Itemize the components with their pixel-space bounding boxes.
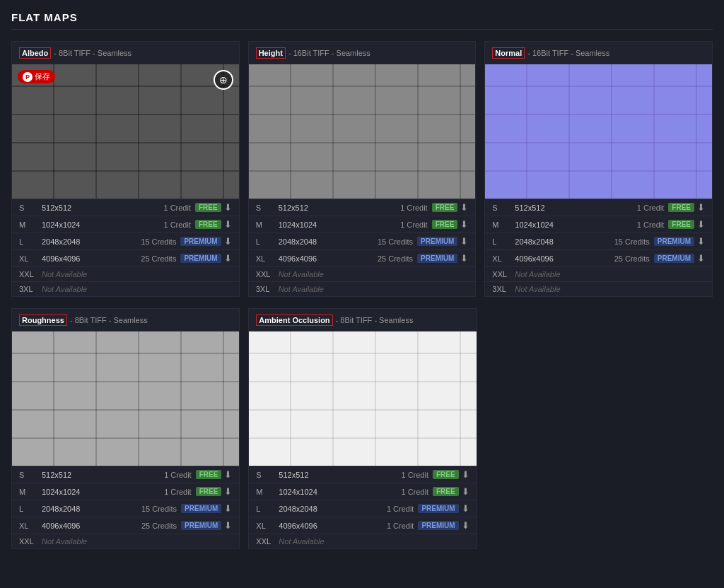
size-credits: 1 Credit: [164, 471, 192, 479]
size-row: L2048x204815 CreditsPREMIUM⬇: [12, 500, 239, 517]
size-dimensions: Not Available: [42, 285, 232, 293]
save-text: 保存: [35, 71, 50, 82]
download-icon[interactable]: ⬇: [224, 469, 232, 480]
download-icon[interactable]: ⬇: [462, 486, 469, 497]
map-image-ambient_occlusion: [249, 331, 476, 466]
download-icon[interactable]: ⬇: [697, 253, 705, 264]
map-subtitle-height: - 16Bit TIFF - Seamless: [288, 49, 370, 57]
download-icon[interactable]: ⬇: [697, 202, 705, 213]
download-icon[interactable]: ⬇: [462, 503, 469, 514]
size-label: S: [256, 471, 279, 479]
size-dimensions: 4096x4096: [42, 522, 141, 530]
download-icon[interactable]: ⬇: [224, 486, 232, 497]
size-dimensions: 1024x1024: [42, 220, 163, 229]
size-row: XXLNot Available: [485, 266, 712, 281]
size-label: L: [19, 237, 42, 246]
size-label: 3XL: [19, 285, 42, 293]
badge-premium[interactable]: PREMIUM: [181, 504, 221, 513]
badge-premium[interactable]: PREMIUM: [180, 237, 221, 246]
size-label: 3XL: [256, 285, 279, 293]
map-card-height: Height - 16Bit TIFF - SeamlessS512x5121 …: [248, 41, 477, 297]
size-row: S512x5121 CreditFREE⬇: [485, 199, 712, 216]
size-credits: 15 Credits: [141, 237, 176, 246]
scan-icon[interactable]: [214, 70, 233, 90]
maps-row-1: Albedo - 8Bit TIFF - SeamlessP保存S512x512…: [11, 41, 713, 297]
badge-premium[interactable]: PREMIUM: [418, 504, 458, 513]
size-row: 3XLNot Available: [12, 281, 239, 296]
badge-free[interactable]: FREE: [432, 220, 458, 229]
size-credits: 25 Credits: [614, 254, 650, 263]
download-icon[interactable]: ⬇: [462, 520, 469, 531]
size-label: L: [492, 237, 515, 246]
badge-premium[interactable]: PREMIUM: [180, 254, 221, 263]
size-dimensions: Not Available: [279, 270, 469, 278]
download-icon[interactable]: ⬇: [224, 236, 232, 247]
badge-premium[interactable]: PREMIUM: [417, 254, 457, 263]
map-image-roughness: [12, 331, 239, 466]
size-row: XL4096x409625 CreditsPREMIUM⬇: [249, 249, 476, 266]
download-icon[interactable]: ⬇: [224, 503, 232, 514]
size-row: XL4096x409625 CreditsPREMIUM⬇: [485, 249, 712, 266]
size-label: XXL: [256, 270, 279, 278]
badge-premium[interactable]: PREMIUM: [181, 521, 221, 530]
size-row: XL4096x40961 CreditPREMIUM⬇: [249, 517, 476, 534]
badge-free[interactable]: FREE: [195, 220, 221, 229]
save-badge[interactable]: P保存: [18, 70, 55, 83]
map-type-height: Height: [256, 47, 286, 59]
size-row: M1024x10241 CreditFREE⬇: [12, 483, 239, 500]
size-credits: 1 Credit: [637, 204, 665, 212]
size-dimensions: Not Available: [42, 537, 232, 546]
size-dimensions: Not Available: [42, 270, 232, 278]
badge-free[interactable]: FREE: [196, 487, 222, 496]
size-row: M1024x10241 CreditFREE⬇: [12, 216, 239, 233]
size-row: XL4096x409625 CreditsPREMIUM⬇: [12, 249, 239, 266]
badge-free[interactable]: FREE: [432, 203, 458, 212]
badge-free[interactable]: FREE: [433, 470, 459, 479]
badge-premium[interactable]: PREMIUM: [417, 237, 457, 246]
download-icon[interactable]: ⬇: [224, 219, 232, 230]
download-icon[interactable]: ⬇: [224, 253, 232, 264]
size-row: S512x5121 CreditFREE⬇: [249, 199, 476, 216]
map-type-normal: Normal: [492, 47, 525, 59]
download-icon[interactable]: ⬇: [462, 469, 469, 480]
size-label: XL: [256, 522, 279, 530]
badge-free[interactable]: FREE: [196, 470, 222, 479]
size-row: S512x5121 CreditFREE⬇: [249, 466, 476, 483]
size-dimensions: 2048x2048: [42, 505, 141, 513]
size-dimensions: 4096x4096: [42, 254, 141, 263]
size-dimensions: Not Available: [515, 270, 705, 278]
download-icon[interactable]: ⬇: [460, 253, 468, 264]
download-icon[interactable]: ⬇: [224, 202, 232, 213]
size-label: S: [492, 204, 515, 212]
badge-premium[interactable]: PREMIUM: [654, 254, 694, 263]
size-label: XXL: [256, 537, 279, 546]
size-row: 3XLNot Available: [249, 281, 476, 296]
badge-free[interactable]: FREE: [668, 220, 694, 229]
map-header-albedo: Albedo - 8Bit TIFF - Seamless: [12, 42, 239, 64]
download-icon[interactable]: ⬇: [460, 219, 468, 230]
size-dimensions: 1024x1024: [279, 488, 401, 496]
size-dimensions: 4096x4096: [279, 522, 387, 530]
size-dimensions: 2048x2048: [279, 237, 378, 246]
map-image-height: [249, 64, 476, 199]
size-row: L2048x204815 CreditsPREMIUM⬇: [249, 233, 476, 249]
size-row: 3XLNot Available: [485, 281, 712, 296]
download-icon[interactable]: ⬇: [460, 202, 468, 213]
download-icon[interactable]: ⬇: [460, 236, 468, 247]
badge-free[interactable]: FREE: [195, 203, 221, 212]
badge-premium[interactable]: PREMIUM: [654, 237, 694, 246]
map-header-ambient_occlusion: Ambient Occlusion - 8Bit TIFF - Seamless: [249, 309, 476, 331]
size-row: L2048x204815 CreditsPREMIUM⬇: [485, 233, 712, 249]
download-icon[interactable]: ⬇: [224, 520, 232, 531]
size-label: XL: [19, 522, 42, 530]
badge-free[interactable]: FREE: [433, 487, 459, 496]
badge-premium[interactable]: PREMIUM: [418, 521, 458, 530]
download-icon[interactable]: ⬇: [697, 236, 705, 247]
size-label: S: [256, 204, 279, 212]
download-icon[interactable]: ⬇: [697, 219, 705, 230]
size-row: M1024x10241 CreditFREE⬇: [249, 483, 476, 500]
size-credits: 25 Credits: [141, 522, 177, 530]
size-dimensions: 512x512: [515, 204, 636, 212]
map-image-albedo: P保存: [12, 64, 239, 199]
badge-free[interactable]: FREE: [668, 203, 694, 212]
